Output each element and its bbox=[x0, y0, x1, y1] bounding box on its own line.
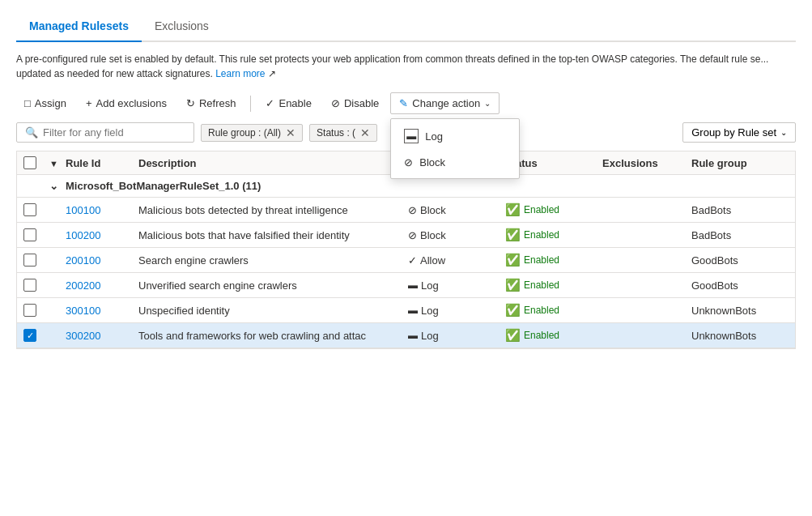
chevron-down-icon: ⌄ bbox=[484, 99, 491, 108]
filter-tag-status-remove[interactable]: ✕ bbox=[360, 127, 370, 139]
disable-button[interactable]: ⊘ Disable bbox=[323, 93, 387, 113]
row-action-4: ▬ Log bbox=[408, 305, 505, 317]
page: Managed Rulesets Exclusions A pre-config… bbox=[0, 0, 812, 362]
rule-id-link-4[interactable]: 300100 bbox=[66, 305, 100, 317]
filter-tag-status-label: Status : ( bbox=[317, 127, 355, 139]
table-row: 100100 Malicious bots detected by threat… bbox=[17, 198, 795, 223]
row-rule-id-3: 200200 bbox=[66, 279, 138, 292]
row-desc-2: Search engine crawlers bbox=[138, 254, 408, 267]
rule-id-link-0[interactable]: 100100 bbox=[66, 204, 100, 216]
add-exclusions-label: Add exclusions bbox=[96, 97, 166, 109]
enable-button[interactable]: ✓ Enable bbox=[257, 93, 319, 113]
description-text: A pre-configured rule set is enabled by … bbox=[16, 52, 796, 81]
block-icon-0: ⊘ bbox=[408, 204, 417, 216]
row-rule-id-2: 200100 bbox=[66, 254, 138, 267]
row-checkbox-2[interactable] bbox=[23, 254, 36, 267]
row-status-2: ✅ Enabled bbox=[505, 253, 602, 267]
dropdown-item-block-label: Block bbox=[419, 156, 445, 168]
filter-tag-rule-group-label: Rule group : (All) bbox=[208, 127, 281, 139]
change-action-label: Change action bbox=[412, 97, 480, 109]
refresh-button[interactable]: ↻ Refresh bbox=[178, 93, 244, 113]
status-check-icon-4: ✅ bbox=[505, 303, 521, 318]
row-checkbox-col bbox=[23, 279, 49, 292]
filter-input-wrapper[interactable]: 🔍 bbox=[16, 122, 194, 143]
row-checkbox-col bbox=[23, 304, 49, 317]
data-table: ▼ Rule Id Description Action Status Excl… bbox=[16, 151, 796, 349]
group-label: Microsoft_BotManagerRuleSet_1.0 (11) bbox=[66, 180, 789, 192]
change-action-button[interactable]: ✎ Change action ⌄ bbox=[390, 92, 500, 114]
header-exclusions: Exclusions bbox=[602, 157, 691, 169]
group-by-chevron-icon: ⌄ bbox=[780, 128, 787, 137]
rule-id-link-2[interactable]: 200100 bbox=[66, 254, 100, 267]
select-all-checkbox[interactable] bbox=[23, 156, 36, 169]
status-label-1: Enabled bbox=[524, 229, 559, 241]
row-desc-4: Unspecified identity bbox=[138, 305, 408, 317]
row-status-1: ✅ Enabled bbox=[505, 228, 602, 242]
row-rule-id-4: 300100 bbox=[66, 305, 138, 317]
log-icon-4: ▬ bbox=[408, 305, 418, 316]
row-checkbox-5[interactable]: ✓ bbox=[23, 329, 36, 342]
status-check-icon-1: ✅ bbox=[505, 228, 521, 242]
status-label-0: Enabled bbox=[524, 204, 559, 215]
row-action-3: ▬ Log bbox=[408, 279, 505, 292]
group-by-button[interactable]: Group by Rule set ⌄ bbox=[682, 122, 796, 143]
row-rulegroup-4: UnknownBots bbox=[691, 305, 789, 317]
row-checkbox-4[interactable] bbox=[23, 304, 36, 317]
action-label-4: Log bbox=[421, 305, 439, 317]
log-icon-5: ▬ bbox=[408, 330, 418, 341]
rule-id-link-5[interactable]: 300200 bbox=[66, 330, 100, 342]
status-check-icon-5: ✅ bbox=[505, 328, 521, 343]
tab-managed-rulesets[interactable]: Managed Rulesets bbox=[16, 13, 142, 41]
filter-tag-status: Status : ( ✕ bbox=[309, 124, 377, 142]
row-rulegroup-1: BadBots bbox=[691, 229, 789, 241]
block-action-icon: ⊘ bbox=[404, 156, 413, 168]
row-rulegroup-0: BadBots bbox=[691, 204, 789, 216]
row-checkbox-1[interactable] bbox=[23, 228, 36, 241]
row-action-5: ▬ Log bbox=[408, 330, 505, 342]
learn-more-link[interactable]: Learn more bbox=[215, 68, 265, 79]
dropdown-item-log[interactable]: ▬ Log bbox=[391, 122, 519, 150]
action-label-3: Log bbox=[421, 279, 439, 292]
assign-icon: □ bbox=[24, 97, 31, 109]
row-rule-id-5: 300200 bbox=[66, 330, 138, 342]
dropdown-item-block[interactable]: ⊘ Block bbox=[391, 150, 519, 175]
row-desc-0: Malicious bots detected by threat intell… bbox=[138, 204, 408, 216]
rule-id-link-3[interactable]: 200200 bbox=[66, 279, 100, 292]
group-chevron[interactable]: ⌄ bbox=[49, 180, 66, 192]
header-expand-col: ▼ bbox=[49, 157, 66, 169]
filter-tag-rule-group-remove[interactable]: ✕ bbox=[286, 127, 295, 139]
tab-exclusions[interactable]: Exclusions bbox=[142, 13, 222, 41]
refresh-icon: ↻ bbox=[186, 97, 195, 109]
log-icon: ▬ bbox=[404, 129, 419, 143]
block-icon-1: ⊘ bbox=[408, 229, 417, 241]
change-action-container: ✎ Change action ⌄ ▬ Log ⊘ Block bbox=[390, 92, 500, 114]
change-action-dropdown: ▬ Log ⊘ Block bbox=[390, 118, 520, 179]
row-checkbox-0[interactable] bbox=[23, 203, 36, 216]
row-desc-1: Malicious bots that have falsified their… bbox=[138, 229, 408, 241]
table-row: 200200 Unverified search engine crawlers… bbox=[17, 273, 795, 298]
filter-tag-rule-group: Rule group : (All) ✕ bbox=[201, 124, 303, 142]
row-rule-id-0: 100100 bbox=[66, 204, 138, 216]
assign-label: Assign bbox=[35, 97, 66, 109]
filter-input[interactable] bbox=[43, 126, 185, 139]
status-label-3: Enabled bbox=[524, 279, 559, 291]
row-status-5: ✅ Enabled bbox=[505, 328, 602, 343]
assign-button[interactable]: □ Assign bbox=[16, 93, 74, 113]
add-icon: + bbox=[86, 97, 92, 109]
disable-label: Disable bbox=[344, 97, 379, 109]
table-row: 300100 Unspecified identity ▬ Log ✅ Enab… bbox=[17, 298, 795, 323]
group-by-label: Group by Rule set bbox=[691, 126, 776, 139]
expand-icon: ▼ bbox=[49, 159, 58, 168]
toolbar-divider bbox=[250, 96, 251, 112]
allow-icon-2: ✓ bbox=[408, 254, 417, 267]
refresh-label: Refresh bbox=[199, 97, 236, 109]
row-checkbox-col bbox=[23, 228, 49, 241]
row-action-1: ⊘ Block bbox=[408, 229, 505, 241]
table-row: 200100 Search engine crawlers ✓ Allow ✅ … bbox=[17, 248, 795, 273]
row-checkbox-3[interactable] bbox=[23, 279, 36, 292]
add-exclusions-button[interactable]: + Add exclusions bbox=[78, 93, 175, 113]
row-action-0: ⊘ Block bbox=[408, 204, 505, 216]
rule-id-link-1[interactable]: 100200 bbox=[66, 229, 100, 241]
status-label-5: Enabled bbox=[524, 330, 559, 341]
header-rule-id: Rule Id bbox=[66, 157, 138, 169]
